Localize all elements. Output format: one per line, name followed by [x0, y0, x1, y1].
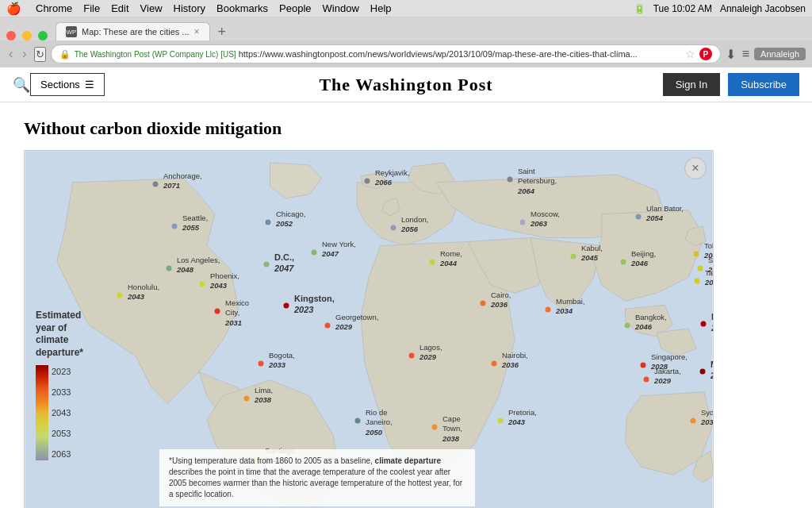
secure-org: The Washington Post (WP Company Llc) [US…	[75, 50, 236, 59]
city-dot	[644, 377, 649, 383]
city-dot	[264, 262, 270, 267]
city-label: Ngerulmud,2023	[711, 311, 714, 334]
browser-chrome: WP Map: These are the cities ... × +	[0, 17, 812, 40]
city-dot	[701, 321, 707, 327]
city-dot	[641, 363, 646, 368]
city-dot	[700, 369, 706, 375]
download-icon[interactable]: ⬇	[726, 47, 736, 62]
map-close-button[interactable]: ×	[684, 157, 707, 179]
city-dot	[391, 225, 396, 231]
city-label: Georgetown,2029	[335, 313, 378, 333]
city-label: Kabul,2045	[581, 244, 603, 264]
legend-label-2053: 2053	[52, 429, 71, 438]
new-tab-button[interactable]: +	[212, 24, 233, 40]
city-dot	[481, 301, 486, 306]
pinterest-icon[interactable]: P	[699, 48, 712, 60]
time-display: Tue 10:02 AM	[653, 3, 712, 14]
hamburger-icon: ☰	[85, 79, 94, 90]
search-button[interactable]: 🔍	[13, 76, 30, 94]
city-dot	[284, 303, 289, 309]
legend-color-bar	[36, 365, 48, 460]
city-dot	[695, 279, 700, 284]
city-label: Anchorage,2071	[163, 171, 202, 191]
city-label: Reykjavik,2066	[375, 168, 409, 188]
tab-close-button[interactable]: ×	[194, 26, 200, 37]
bookmark-star-icon[interactable]: ☆	[685, 48, 695, 60]
profile-button[interactable]: Annaleigh	[754, 48, 806, 60]
city-dot	[312, 250, 317, 256]
menu-view[interactable]: View	[140, 2, 163, 14]
refresh-button[interactable]: ↻	[34, 47, 46, 62]
city-label: Nairobi,2036	[502, 351, 528, 371]
legend-label-2023: 2023	[52, 367, 71, 376]
city-label: Bangkok,2046	[635, 313, 667, 333]
city-dot	[430, 260, 435, 265]
traffic-light-close[interactable]	[6, 31, 16, 40]
menu-chrome[interactable]: Chrome	[36, 2, 72, 14]
sections-menu-button[interactable]: Sections ☰	[30, 73, 105, 96]
city-dot	[546, 307, 551, 313]
legend-label-2063: 2063	[52, 449, 71, 459]
city-dot	[571, 254, 576, 260]
article-title: Without carbon dioxide mitigation	[24, 118, 788, 139]
city-dot	[691, 418, 696, 424]
city-dot	[172, 224, 178, 229]
address-bar-input[interactable]: 🔒 The Washington Post (WP Company Llc) […	[51, 44, 721, 64]
address-bar: ‹ › ↻ 🔒 The Washington Post (WP Company …	[0, 40, 812, 67]
city-dot	[520, 220, 526, 225]
city-label: Kingston,2023	[294, 293, 335, 316]
menu-bookmarks[interactable]: Bookmarks	[216, 2, 268, 14]
city-label: Manokwari,2020	[710, 359, 714, 382]
city-label: Jakarta,2029	[654, 367, 681, 387]
battery-icon: 🔋	[634, 3, 645, 14]
tab-title: Map: These are the cities ...	[82, 27, 190, 37]
city-label: Rome,2044	[440, 249, 462, 269]
city-label: Beijing,2046	[631, 249, 656, 269]
city-dot	[508, 177, 513, 183]
city-dot	[325, 323, 331, 329]
nav-actions: Sign In Subscribe	[663, 73, 799, 96]
city-dot	[409, 353, 415, 359]
city-dot	[625, 323, 630, 329]
menu-icon[interactable]: ≡	[742, 47, 749, 61]
apple-menu[interactable]: 🍎	[6, 2, 21, 16]
menu-help[interactable]: Help	[370, 2, 392, 14]
city-label: Bogota,2033	[269, 351, 295, 371]
menu-history[interactable]: History	[174, 2, 205, 14]
main-content: Without carbon dioxide mitigation	[0, 102, 812, 508]
browser-tab-active[interactable]: WP Map: These are the cities ... ×	[56, 22, 210, 40]
map-footnote: *Using temperature data from 1860 to 200…	[159, 449, 475, 506]
legend-label-2043: 2043	[52, 408, 71, 418]
back-button[interactable]: ‹	[6, 47, 15, 61]
forward-button[interactable]: ›	[20, 47, 29, 61]
city-dot	[492, 361, 497, 367]
legend-title: Estimatedyear ofclimatedeparture*	[36, 310, 83, 359]
city-dot	[153, 182, 159, 187]
city-label: Chicago,2052	[276, 210, 306, 229]
sign-in-button[interactable]: Sign In	[663, 73, 720, 96]
city-label: MexicoCity,2031	[225, 298, 249, 328]
menu-window[interactable]: Window	[323, 2, 359, 14]
traffic-light-maximize[interactable]	[38, 31, 48, 40]
city-dot	[432, 425, 438, 430]
menu-people[interactable]: People	[279, 2, 311, 14]
site-logo: The Washington Post	[319, 75, 492, 95]
subscribe-button[interactable]: Subscribe	[728, 73, 799, 96]
user-name: Annaleigh Jacobsen	[720, 3, 806, 14]
map-legend: Estimatedyear ofclimatedeparture* 2023 2…	[36, 310, 83, 464]
city-label: Ulan Bator,2054	[646, 204, 684, 224]
city-dot	[698, 266, 703, 271]
city-dot	[498, 418, 504, 424]
menubar: 🍎 Chrome File Edit View History Bookmark…	[0, 0, 812, 17]
city-dot	[215, 309, 220, 314]
city-label: Taipei,2042	[705, 268, 714, 288]
toolbar-icons: ⬇ ≡	[726, 47, 749, 62]
menu-edit[interactable]: Edit	[111, 2, 128, 14]
traffic-light-minimize[interactable]	[22, 31, 32, 40]
map-container: Anchorage,2071Reykjavik,2066SaintPetersb…	[24, 150, 714, 508]
city-dot	[355, 418, 361, 424]
city-dot	[636, 214, 642, 220]
menu-file[interactable]: File	[83, 2, 100, 14]
city-dot	[266, 220, 271, 225]
tab-bar: WP Map: These are the cities ... × +	[6, 22, 806, 40]
